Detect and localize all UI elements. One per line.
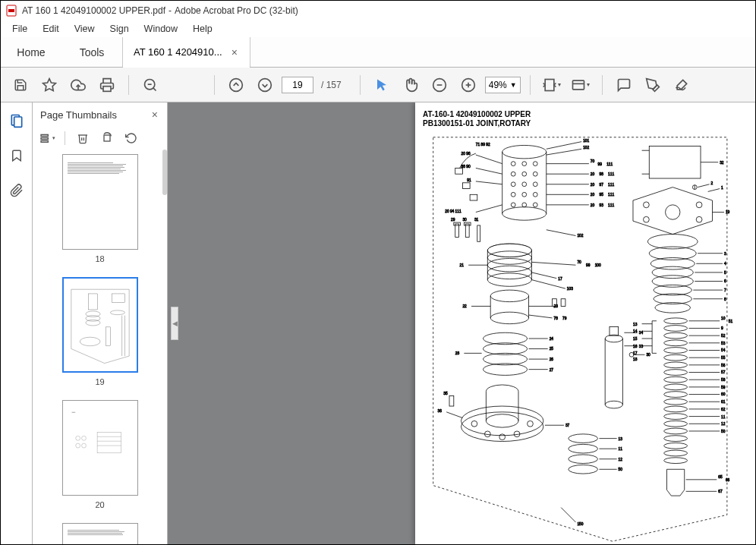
svg-text:──: ── [71,411,75,414]
tab-home[interactable]: Home [1,37,61,67]
svg-text:60: 60 [721,392,726,396]
svg-point-38 [81,436,86,440]
svg-rect-208 [465,224,469,237]
svg-point-50 [644,202,650,208]
svg-point-73 [652,276,693,287]
svg-point-102 [664,362,688,368]
svg-rect-246 [561,299,565,307]
menu-view[interactable]: View [68,22,102,36]
save-icon[interactable] [8,73,33,97]
thumbnails-panel: Page Thumbnails × ▾ 18 [33,102,168,544]
zoom-in-icon[interactable] [456,73,480,97]
panel-close-icon[interactable]: × [150,109,159,121]
svg-text:25: 25 [550,347,554,351]
delete-icon[interactable] [74,130,91,146]
thumbnail-item[interactable]: ── 20 [33,400,167,509]
rotate-cw-icon[interactable] [99,130,115,146]
zoom-select[interactable]: 49% ▼ [485,77,521,93]
svg-point-166 [533,192,537,197]
tab-tools[interactable]: Tools [61,37,122,67]
svg-line-214 [547,230,576,236]
page-display-icon[interactable]: ▾ [569,73,593,97]
cloud-upload-icon[interactable] [66,73,90,97]
window-title-app: Adobe Acrobat Pro DC (32-bit) [175,5,298,16]
svg-text:111: 111 [608,193,614,197]
svg-text:28: 28 [455,351,460,355]
svg-text:19: 19 [726,210,730,214]
thumb-options-icon[interactable]: ▾ [39,130,55,146]
page-up-icon[interactable] [224,73,248,97]
svg-text:59: 59 [721,386,726,389]
svg-text:26: 26 [550,358,554,361]
svg-point-264 [605,401,622,408]
zoom-out-search-icon[interactable] [138,73,162,97]
svg-point-52 [644,216,650,222]
svg-text:55: 55 [721,356,726,360]
sign-icon[interactable] [669,73,694,97]
svg-line-200 [476,205,502,213]
thumbnails-scrollbar[interactable] [162,150,167,195]
bookmark-rail-icon[interactable] [8,146,26,165]
fit-width-icon[interactable]: ▾ [540,73,564,97]
thumbnail-page-21[interactable] [62,523,138,544]
menu-sign[interactable]: Sign [103,22,136,36]
selection-tool-icon[interactable] [370,73,394,97]
svg-text:24: 24 [550,337,554,341]
svg-text:67: 67 [718,490,723,493]
svg-text:50: 50 [721,430,726,433]
hand-tool-icon[interactable] [398,73,423,97]
svg-text:98: 98 [599,172,603,176]
svg-text:95: 95 [599,193,603,197]
menu-edit[interactable]: Edit [36,22,66,36]
close-icon[interactable]: × [230,46,239,58]
highlight-icon[interactable] [641,73,665,97]
svg-text:29: 29 [451,218,455,222]
zoom-out-icon[interactable] [427,73,452,97]
svg-line-194 [476,155,502,164]
tab-document[interactable]: AT 160 1 4204910... × [122,37,250,67]
svg-line-61 [698,184,709,187]
svg-text:13: 13 [633,323,638,326]
thumbnails-tools: ▾ [33,127,167,150]
thumbnail-label: 18 [95,254,104,263]
chevron-down-icon: ▼ [510,81,517,89]
page-down-icon[interactable] [253,73,277,97]
panel-collapse-handle[interactable]: ◀ [171,307,178,340]
menu-file[interactable]: File [5,22,34,36]
thumbnails-rail-icon[interactable] [8,112,26,130]
thumbnail-item[interactable]: 19 [33,277,167,386]
svg-rect-205 [470,194,477,200]
doc-title-line2: PB1300151-01 JOINT,ROTARY [423,119,751,128]
svg-rect-20 [41,137,48,139]
svg-text:62: 62 [721,408,726,411]
thumbnail-page-19[interactable] [62,277,138,373]
svg-point-67 [650,258,695,269]
svg-text:3: 3 [724,252,726,256]
star-icon[interactable] [37,73,61,97]
svg-text:20: 20 [591,203,595,207]
svg-point-280 [499,434,506,440]
svg-text:12: 12 [619,458,623,462]
svg-rect-206 [455,224,459,237]
svg-point-111 [664,384,688,390]
thumbnail-item[interactable] [33,523,167,544]
svg-point-222 [487,266,531,279]
menu-window[interactable]: Window [137,22,184,36]
page-number-input[interactable] [282,77,313,93]
print-icon[interactable] [95,73,119,97]
svg-line-240 [529,315,553,318]
svg-point-261 [605,335,622,342]
rotate-ccw-icon[interactable] [123,130,140,146]
svg-point-165 [522,192,527,197]
attachment-rail-icon[interactable] [8,181,26,200]
comment-icon[interactable] [612,73,636,97]
svg-text:58: 58 [721,378,726,382]
thumbnails-title: Page Thumbnails [40,109,117,121]
thumbnail-page-18[interactable] [62,154,138,250]
thumbnail-item[interactable]: 18 [33,154,167,263]
menu-help[interactable]: Help [186,22,219,36]
document-viewport[interactable]: AT-160-1 42049100002 UPPER PB1300151-01 … [168,102,755,544]
svg-point-87 [664,326,688,332]
thumbnail-page-20[interactable]: ── [62,400,138,496]
svg-point-237 [490,312,528,323]
